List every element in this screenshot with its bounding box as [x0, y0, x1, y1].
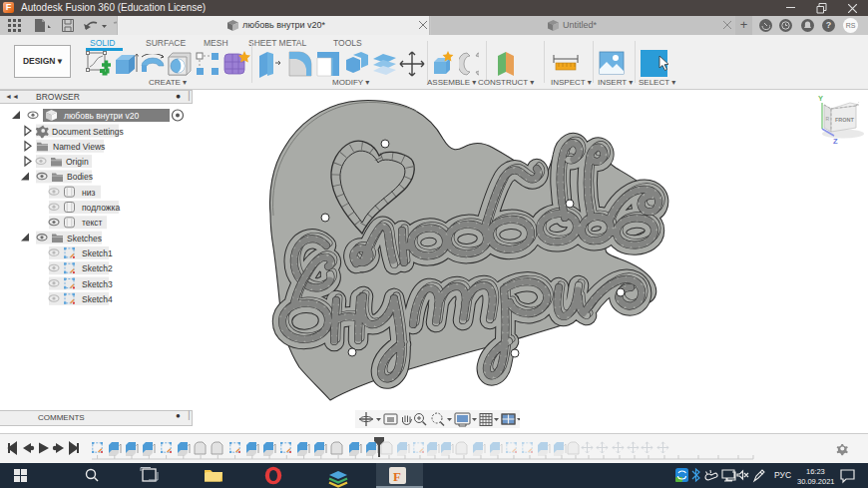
- svg-text:текст: текст: [82, 218, 103, 228]
- svg-text:Document Settings: Document Settings: [52, 127, 124, 137]
- svg-text:Z: Z: [833, 137, 838, 146]
- svg-text:Bodies: Bodies: [67, 172, 93, 182]
- svg-text:Y: Y: [818, 94, 823, 103]
- svg-text:30.09.2021: 30.09.2021: [797, 477, 835, 486]
- svg-text:РУС: РУС: [774, 470, 791, 480]
- svg-text:Sketch4: Sketch4: [82, 294, 113, 304]
- svg-text:Origin: Origin: [66, 157, 89, 167]
- svg-text:Sketch1: Sketch1: [82, 248, 113, 258]
- svg-text:Named Views: Named Views: [53, 142, 105, 152]
- svg-text:R: R: [826, 116, 830, 122]
- svg-text:Sketch3: Sketch3: [82, 279, 113, 289]
- svg-text:F: F: [393, 469, 401, 484]
- svg-text:Sketches: Sketches: [67, 234, 102, 244]
- svg-text:низ: низ: [82, 188, 95, 198]
- svg-text:16:23: 16:23: [806, 467, 825, 476]
- svg-text:подложка: подложка: [82, 203, 120, 213]
- svg-text:любовь внутри v20: любовь внутри v20: [64, 111, 139, 121]
- svg-text:FRONT: FRONT: [835, 117, 855, 123]
- svg-text:Sketch2: Sketch2: [82, 263, 113, 273]
